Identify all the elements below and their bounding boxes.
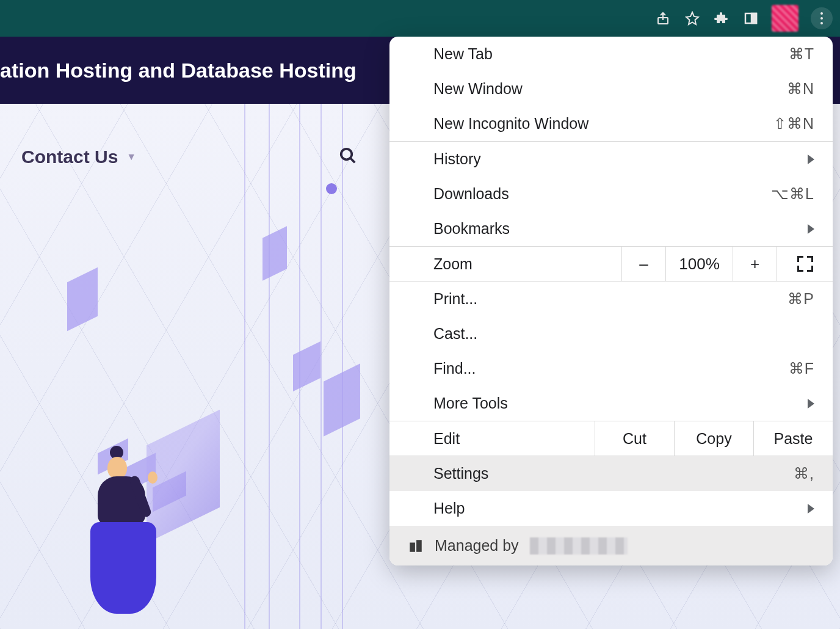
fullscreen-button[interactable] xyxy=(777,247,833,281)
zoom-value: 100% xyxy=(665,247,733,281)
profile-avatar[interactable] xyxy=(772,5,798,32)
building-icon xyxy=(408,538,424,554)
decor-line xyxy=(269,104,270,629)
menu-cast[interactable]: Cast... xyxy=(389,316,833,351)
managed-org-redacted xyxy=(530,537,628,554)
menu-zoom-row: Zoom – 100% + xyxy=(389,246,833,282)
menu-find[interactable]: Find... ⌘F xyxy=(389,351,833,386)
fullscreen-icon xyxy=(797,256,813,272)
chrome-overflow-menu: New Tab ⌘T New Window ⌘N New Incognito W… xyxy=(389,37,833,565)
star-icon[interactable] xyxy=(684,10,701,27)
menu-more-tools[interactable]: More Tools xyxy=(389,386,833,421)
menu-shortcut: ⌥⌘L xyxy=(771,185,814,203)
decor-dot xyxy=(326,183,337,194)
illustration-person xyxy=(79,446,177,617)
menu-new-tab[interactable]: New Tab ⌘T xyxy=(389,37,833,71)
menu-print[interactable]: Print... ⌘P xyxy=(389,282,833,316)
menu-label: More Tools xyxy=(433,394,508,412)
chevron-right-icon xyxy=(808,224,814,234)
extensions-icon[interactable] xyxy=(713,10,730,27)
menu-downloads[interactable]: Downloads ⌥⌘L xyxy=(389,176,833,211)
svg-point-3 xyxy=(341,149,352,160)
chevron-right-icon xyxy=(808,399,814,409)
menu-label: New Window xyxy=(433,80,523,98)
edit-copy-button[interactable]: Copy xyxy=(674,421,753,456)
menu-shortcut: ⌘F xyxy=(789,360,814,377)
menu-settings[interactable]: Settings ⌘, xyxy=(389,456,833,491)
menu-shortcut: ⇧⌘N xyxy=(773,115,814,133)
menu-label: Help xyxy=(433,500,465,517)
menu-label: New Incognito Window xyxy=(433,115,588,133)
decor-line xyxy=(244,104,245,629)
menu-label: Cast... xyxy=(433,325,477,343)
menu-label: New Tab xyxy=(433,45,493,63)
menu-managed-row[interactable]: Managed by xyxy=(389,526,833,565)
svg-rect-2 xyxy=(751,13,756,23)
menu-label: Downloads xyxy=(433,185,509,203)
managed-prefix: Managed by xyxy=(435,537,519,554)
panel-icon[interactable] xyxy=(742,10,759,27)
menu-shortcut: ⌘N xyxy=(787,80,814,98)
chevron-down-icon: ▼ xyxy=(126,151,136,162)
chevron-right-icon xyxy=(808,155,814,164)
menu-label: History xyxy=(433,150,481,168)
menu-new-incognito[interactable]: New Incognito Window ⇧⌘N xyxy=(389,106,833,141)
menu-history[interactable]: History xyxy=(389,142,833,176)
decor-line xyxy=(320,104,322,629)
menu-help[interactable]: Help xyxy=(389,491,833,526)
nav-label: Contact Us xyxy=(21,147,118,167)
zoom-out-button[interactable]: – xyxy=(621,247,665,281)
menu-label: Print... xyxy=(433,290,477,308)
svg-line-4 xyxy=(350,158,355,163)
menu-label: Find... xyxy=(433,360,476,377)
search-icon[interactable] xyxy=(339,147,361,169)
menu-bookmarks[interactable]: Bookmarks xyxy=(389,211,833,246)
menu-edit-label: Edit xyxy=(389,421,595,456)
banner-title: ation Hosting and Database Hosting xyxy=(0,59,357,82)
menu-edit-row: Edit Cut Copy Paste xyxy=(389,421,833,456)
menu-zoom-label: Zoom xyxy=(389,247,621,281)
edit-cut-button[interactable]: Cut xyxy=(595,421,674,456)
menu-label: Bookmarks xyxy=(433,220,510,238)
browser-toolbar xyxy=(0,0,840,37)
menu-shortcut: ⌘T xyxy=(789,45,814,63)
menu-shortcut: ⌘, xyxy=(794,465,814,482)
chrome-menu-button[interactable] xyxy=(811,7,833,29)
menu-new-window[interactable]: New Window ⌘N xyxy=(389,71,833,106)
edit-paste-button[interactable]: Paste xyxy=(753,421,833,456)
menu-label: Settings xyxy=(433,465,488,482)
chevron-right-icon xyxy=(808,504,814,514)
zoom-in-button[interactable]: + xyxy=(733,247,777,281)
share-icon[interactable] xyxy=(654,10,672,27)
nav-contact-us[interactable]: Contact Us ▼ xyxy=(21,147,136,167)
menu-shortcut: ⌘P xyxy=(788,290,814,308)
decor-line xyxy=(342,104,343,629)
